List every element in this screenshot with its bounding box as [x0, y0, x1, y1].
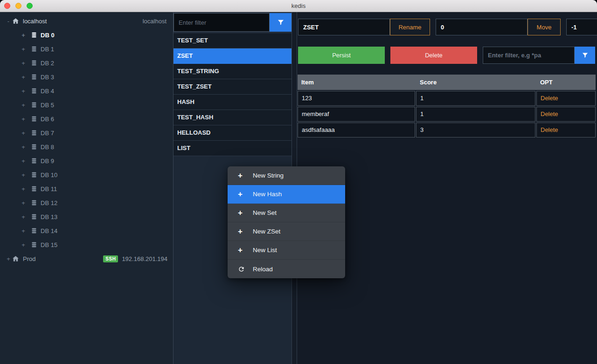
expand-icon[interactable]: + [20, 158, 27, 165]
sidebar-item-db-0[interactable]: +DB 0 [0, 28, 173, 42]
sidebar-item-db-15[interactable]: +DB 15 [0, 238, 173, 252]
sidebar-item-prod[interactable]: + Prod SSH 192.168.201.194 [0, 252, 173, 266]
menu-item-new-list[interactable]: +New List [228, 241, 345, 260]
delete-member-cell: Delete [536, 91, 596, 106]
move-db-input[interactable] [436, 19, 528, 35]
column-header-score: Score [416, 79, 536, 86]
plus-icon: + [238, 190, 247, 199]
database-icon [31, 74, 37, 80]
key-name-input[interactable] [298, 19, 390, 35]
ttl-input[interactable] [566, 19, 597, 35]
delete-member-link[interactable]: Delete [541, 95, 558, 102]
sidebar-item-db-4[interactable]: +DB 4 [0, 84, 173, 98]
plus-icon: + [238, 171, 247, 180]
plus-icon: + [238, 227, 247, 236]
expand-icon[interactable]: + [20, 213, 27, 220]
key-list-item[interactable]: TEST_SET [174, 33, 292, 48]
database-icon [31, 213, 37, 220]
keys-filter-button[interactable] [270, 13, 292, 32]
key-list-item[interactable]: HASH [174, 95, 292, 110]
expand-icon[interactable]: + [20, 130, 27, 137]
column-header-opt: OPT [536, 79, 596, 86]
delete-key-button[interactable]: Delete [390, 47, 477, 64]
expand-icon[interactable]: + [5, 255, 12, 262]
connections-sidebar: - localhost localhost +DB 0+DB 1+DB 2+DB… [0, 12, 174, 364]
keys-filter-bar [174, 13, 292, 32]
sidebar-item-db-14[interactable]: +DB 14 [0, 224, 173, 238]
db-label: DB 3 [41, 74, 54, 81]
menu-item-label: New List [253, 247, 277, 254]
sidebar-item-db-8[interactable]: +DB 8 [0, 140, 173, 154]
database-icon [31, 60, 37, 66]
database-icon [31, 116, 37, 122]
members-filter-group [483, 47, 595, 64]
sidebar-item-db-12[interactable]: +DB 12 [0, 196, 173, 210]
members-filter-button[interactable] [575, 47, 595, 64]
db-label: DB 6 [41, 116, 54, 123]
move-button[interactable]: Move [528, 19, 561, 35]
sidebar-item-db-5[interactable]: +DB 5 [0, 98, 173, 112]
db-label: DB 10 [41, 172, 57, 179]
collapse-icon[interactable]: - [5, 18, 12, 25]
expand-icon[interactable]: + [20, 88, 27, 95]
menu-item-new-string[interactable]: +New String [228, 166, 345, 185]
sidebar-item-db-11[interactable]: +DB 11 [0, 182, 173, 196]
new-key-context-menu: +New String+New Hash+New Set+New ZSet+Ne… [228, 166, 345, 278]
members-filter-input[interactable] [483, 47, 575, 64]
table-row: 1231Delete [298, 91, 596, 106]
delete-member-cell: Delete [536, 107, 596, 122]
db-list: +DB 0+DB 1+DB 2+DB 3+DB 4+DB 5+DB 6+DB 7… [0, 28, 173, 252]
expand-icon[interactable]: + [20, 74, 27, 81]
expand-icon[interactable]: + [20, 199, 27, 206]
key-list-item[interactable]: TEST_STRING [174, 64, 292, 79]
expand-icon[interactable]: + [20, 32, 27, 39]
sidebar-item-localhost[interactable]: - localhost localhost [0, 14, 173, 28]
app-window: - localhost localhost +DB 0+DB 1+DB 2+DB… [0, 12, 597, 364]
sidebar-item-db-2[interactable]: +DB 2 [0, 56, 173, 70]
members-table: Item Score OPT 1231Deletememberaf1Delete… [298, 75, 596, 137]
delete-member-link[interactable]: Delete [541, 110, 558, 117]
ttl-group: Set TTL [566, 19, 597, 35]
sidebar-item-db-3[interactable]: +DB 3 [0, 70, 173, 84]
sidebar-item-db-1[interactable]: +DB 1 [0, 42, 173, 56]
expand-icon[interactable]: + [20, 172, 27, 179]
menu-item-reload[interactable]: Reload [228, 260, 345, 278]
item-cell: memberaf [298, 107, 415, 122]
sidebar-item-db-13[interactable]: +DB 13 [0, 210, 173, 224]
home-icon [12, 255, 19, 262]
plus-icon: + [238, 208, 247, 218]
key-list-item[interactable]: ZSET [174, 48, 292, 64]
menu-item-new-zset[interactable]: +New ZSet [228, 222, 345, 241]
db-label: DB 2 [41, 60, 54, 67]
expand-icon[interactable]: + [20, 241, 27, 248]
keys-filter-input[interactable] [174, 13, 270, 32]
menu-item-new-hash[interactable]: +New Hash [228, 185, 345, 204]
db-label: DB 13 [41, 213, 57, 220]
key-actions-row: Rename Move Set TTL [298, 19, 595, 35]
key-list-item[interactable]: HELLOASD [174, 125, 292, 141]
titlebar: kedis [0, 0, 597, 12]
persist-button[interactable]: Persist [298, 47, 385, 64]
key-list-item[interactable]: TEST_HASH [174, 110, 292, 125]
db-label: DB 4 [41, 88, 54, 95]
expand-icon[interactable]: + [20, 46, 27, 53]
key-list-item[interactable]: LIST [174, 141, 292, 156]
menu-item-new-set[interactable]: +New Set [228, 204, 345, 222]
database-icon [31, 172, 37, 178]
expand-icon[interactable]: + [20, 227, 27, 234]
sidebar-item-db-9[interactable]: +DB 9 [0, 154, 173, 168]
db-label: DB 9 [41, 158, 54, 165]
menu-item-label: Reload [253, 266, 273, 273]
expand-icon[interactable]: + [20, 144, 27, 151]
rename-button[interactable]: Rename [390, 19, 430, 35]
ssh-badge: SSH [103, 255, 118, 262]
sidebar-item-db-6[interactable]: +DB 6 [0, 112, 173, 126]
expand-icon[interactable]: + [20, 185, 27, 192]
expand-icon[interactable]: + [20, 60, 27, 67]
expand-icon[interactable]: + [20, 116, 27, 123]
sidebar-item-db-10[interactable]: +DB 10 [0, 168, 173, 182]
expand-icon[interactable]: + [20, 102, 27, 109]
sidebar-item-db-7[interactable]: +DB 7 [0, 126, 173, 140]
key-list-item[interactable]: TEST_ZSET [174, 79, 292, 95]
delete-member-link[interactable]: Delete [541, 126, 558, 133]
